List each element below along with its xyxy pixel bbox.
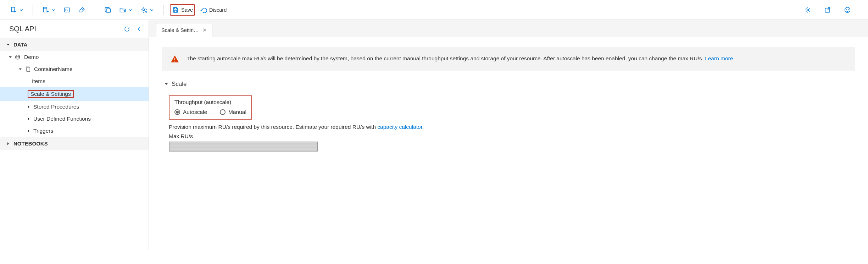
tree-node-triggers[interactable]: Triggers	[0, 125, 149, 137]
brush-icon	[78, 6, 85, 13]
radio-label: Autoscale	[183, 109, 207, 115]
chevron-down-icon	[51, 8, 56, 12]
new-database-button[interactable]	[116, 4, 135, 16]
tree-node-sprocs[interactable]: Stored Procedures	[0, 101, 149, 113]
group-header-notebooks[interactable]: NOTEBOOKS	[0, 137, 149, 150]
feedback-button[interactable]	[841, 4, 854, 16]
resource-tree-sidebar: SQL API DATA Demo ContainerName	[0, 20, 149, 250]
svg-rect-17	[174, 7, 177, 9]
radio-manual[interactable]: Manual	[220, 109, 246, 115]
svg-rect-11	[106, 9, 111, 12]
svg-rect-3	[43, 7, 47, 12]
group-label: NOTEBOOKS	[13, 141, 48, 147]
save-button[interactable]: Save	[170, 4, 195, 16]
new-sql-query-button[interactable]	[39, 4, 59, 16]
sidebar-title: SQL API	[9, 25, 36, 33]
smiley-icon	[844, 6, 851, 13]
capacity-calculator-link[interactable]: capacity calculator	[377, 124, 422, 130]
helper-body: Provision maximum RU/s required by this …	[169, 124, 377, 130]
popout-icon	[824, 6, 831, 13]
main-area: Scale & Settin… ✕ The starting autoscale…	[149, 20, 868, 250]
svg-point-22	[845, 7, 850, 12]
scale-section-header[interactable]: Scale	[165, 81, 855, 88]
new-container-button[interactable]	[101, 4, 114, 16]
group-label: DATA	[13, 42, 27, 48]
query-plus-icon	[42, 6, 49, 13]
notice-text: The starting autoscale max RU/s will be …	[187, 54, 735, 63]
warning-icon	[170, 54, 179, 64]
svg-point-19	[807, 9, 809, 11]
svg-point-14	[143, 9, 145, 10]
tree-group-data: DATA Demo ContainerName Items Scale & Se…	[0, 38, 149, 137]
terminal-icon	[63, 6, 71, 13]
autoscale-notice: The starting autoscale max RU/s will be …	[162, 47, 855, 71]
radio-autoscale[interactable]: Autoscale	[174, 109, 207, 115]
triangle-down-icon	[9, 54, 12, 60]
close-tab-icon[interactable]: ✕	[202, 27, 207, 33]
learn-more-link[interactable]: Learn more	[705, 55, 733, 61]
container-label: ContainerName	[34, 66, 73, 72]
group-header-data[interactable]: DATA	[0, 38, 149, 51]
svg-rect-18	[174, 10, 177, 12]
throughput-heading: Throughput (autoscale)	[174, 99, 246, 105]
settings-button[interactable]	[801, 4, 814, 16]
triangle-down-icon	[165, 81, 168, 88]
document-plus-icon	[10, 6, 17, 13]
triangle-right-icon	[27, 116, 30, 122]
discard-label: Discard	[209, 7, 227, 13]
database-label: Demo	[24, 54, 39, 60]
radio-label: Manual	[228, 109, 246, 115]
tree-node-udf[interactable]: User Defined Functions	[0, 113, 149, 125]
node-label: Items	[32, 78, 45, 84]
notice-body: The starting autoscale max RU/s will be …	[187, 55, 705, 61]
undo-icon	[200, 6, 207, 13]
discard-button[interactable]: Discard	[197, 4, 229, 16]
save-icon	[172, 6, 179, 13]
tree-node-scale-settings[interactable]: Scale & Settings	[0, 87, 149, 101]
svg-point-23	[846, 9, 847, 9]
open-query-button[interactable]	[61, 4, 73, 16]
svg-rect-31	[174, 61, 175, 61]
svg-rect-7	[65, 8, 70, 12]
svg-rect-30	[174, 58, 175, 60]
node-label: Triggers	[33, 128, 53, 134]
folder-plus-icon	[119, 6, 126, 13]
triangle-down-icon	[6, 43, 10, 46]
tree-container[interactable]: ContainerName	[0, 63, 149, 75]
refresh-icon[interactable]	[124, 26, 130, 32]
throughput-field: Throughput (autoscale) Autoscale Manual	[169, 95, 855, 152]
radio-indicator-selected	[174, 109, 180, 115]
gear-plus-icon	[140, 6, 148, 13]
tab-strip: Scale & Settin… ✕	[149, 20, 868, 37]
tree-node-items[interactable]: Items	[0, 75, 149, 87]
command-bar: Save Discard	[0, 0, 868, 20]
svg-point-24	[848, 9, 848, 9]
new-item-button[interactable]	[7, 4, 26, 16]
max-ru-input[interactable]	[169, 142, 318, 152]
save-label: Save	[181, 7, 193, 13]
scale-settings-panel: The starting autoscale max RU/s will be …	[149, 37, 868, 250]
collapse-icon[interactable]	[136, 26, 142, 32]
radio-indicator	[220, 109, 226, 115]
clear-brush-button[interactable]	[76, 4, 88, 16]
svg-rect-29	[27, 67, 30, 72]
triangle-down-icon	[18, 66, 22, 72]
node-label: User Defined Functions	[33, 116, 91, 122]
chevron-down-icon	[128, 8, 133, 12]
node-label: Stored Procedures	[33, 104, 79, 110]
scale-section-title: Scale	[172, 81, 187, 88]
tree-database[interactable]: Demo	[0, 51, 149, 63]
toolbar-separator	[95, 5, 95, 15]
svg-line-9	[82, 8, 83, 10]
gear-icon	[804, 6, 811, 13]
tab-label: Scale & Settin…	[161, 27, 199, 33]
tab-scale-settings[interactable]: Scale & Settin… ✕	[156, 23, 212, 37]
settings-plus-button[interactable]	[138, 4, 157, 16]
container-icon	[25, 66, 31, 72]
toolbar-separator	[33, 5, 33, 15]
triangle-right-icon	[27, 104, 30, 110]
throughput-mode-box: Throughput (autoscale) Autoscale Manual	[169, 95, 252, 120]
toolbar-right-group	[801, 4, 854, 16]
window-icon	[104, 6, 111, 13]
open-external-button[interactable]	[821, 4, 834, 16]
